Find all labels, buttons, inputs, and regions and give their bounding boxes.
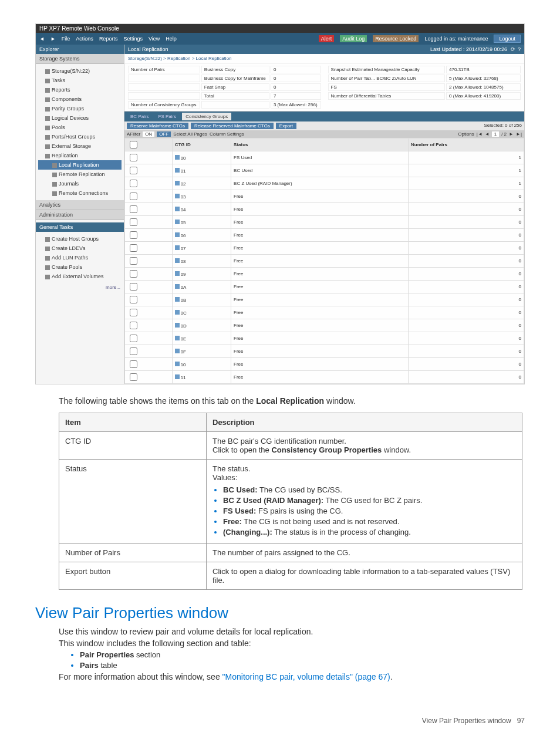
menu-help[interactable]: Help xyxy=(166,36,177,42)
filter-on[interactable]: ON xyxy=(143,131,154,137)
page-next-icon[interactable]: ► xyxy=(509,131,514,137)
cell-ctgid[interactable]: 0C xyxy=(172,306,231,319)
table-row[interactable]: 08Free0 xyxy=(125,255,524,268)
row-check[interactable] xyxy=(130,154,137,161)
table-row[interactable]: 0BFree0 xyxy=(125,293,524,306)
check-all[interactable] xyxy=(130,141,137,148)
page-last-icon[interactable]: ►| xyxy=(516,131,522,137)
tree-ports[interactable]: Ports/Host Groups xyxy=(38,132,122,141)
table-row[interactable]: 09Free0 xyxy=(125,268,524,281)
cell-ctgid[interactable]: 0F xyxy=(172,345,231,358)
table-row[interactable]: 04Free0 xyxy=(125,203,524,216)
tree-ldev[interactable]: Logical Devices xyxy=(38,113,122,123)
table-row[interactable]: 11Free0 xyxy=(125,371,524,384)
cross-ref-link[interactable]: "Monitoring BC pair, volume details" (pa… xyxy=(222,672,390,681)
row-check[interactable] xyxy=(130,373,137,381)
audit-badge[interactable]: Audit Log xyxy=(340,35,367,42)
cell-ctgid[interactable]: 07 xyxy=(172,242,231,255)
table-row[interactable]: 0DFree0 xyxy=(125,319,524,332)
cell-ctgid[interactable]: 0A xyxy=(172,281,231,293)
page-prev-icon[interactable]: ◄ xyxy=(485,131,490,137)
cell-ctgid[interactable]: 09 xyxy=(172,268,231,281)
row-check[interactable] xyxy=(130,167,137,174)
breadcrumb[interactable]: Storage(S/N:22) > Replication > Local Re… xyxy=(124,54,524,63)
col-pairs[interactable]: Number of Pairs xyxy=(409,139,524,151)
options-dropdown[interactable]: Options xyxy=(458,131,474,137)
row-check[interactable] xyxy=(130,283,137,291)
table-row[interactable]: 03Free0 xyxy=(125,190,524,203)
export-button[interactable]: Export xyxy=(276,123,296,129)
tree-remote-conn[interactable]: Remote Connections xyxy=(38,188,122,198)
table-row[interactable]: 10Free0 xyxy=(125,358,524,371)
cell-ctgid[interactable]: 08 xyxy=(172,255,231,268)
row-check[interactable] xyxy=(130,205,137,213)
col-check[interactable] xyxy=(125,139,173,151)
table-row[interactable]: 07Free0 xyxy=(125,242,524,255)
table-row[interactable]: 00FS Used1 xyxy=(125,151,524,164)
row-check[interactable] xyxy=(130,180,137,187)
row-check[interactable] xyxy=(130,257,137,265)
storage-systems-header[interactable]: Storage Systems xyxy=(36,54,124,64)
filter-off[interactable]: OFF xyxy=(157,131,171,137)
col-ctgid[interactable]: CTG ID xyxy=(172,139,231,151)
cell-ctgid[interactable]: 06 xyxy=(172,229,231,242)
menu-file[interactable]: File xyxy=(62,36,70,42)
row-check[interactable] xyxy=(130,347,137,355)
task-add-ext[interactable]: Add External Volumes xyxy=(38,272,122,281)
tree-storage[interactable]: Storage(S/N:22) xyxy=(38,66,122,76)
tree-parity[interactable]: Parity Groups xyxy=(38,104,122,113)
tab-fspairs[interactable]: FS Pairs xyxy=(155,113,180,120)
row-check[interactable] xyxy=(130,322,137,329)
alert-badge[interactable]: Alert xyxy=(319,35,335,42)
table-row[interactable]: 06Free0 xyxy=(125,229,524,242)
reserve-ctgs-button[interactable]: Reserve Mainframe CTGs xyxy=(127,123,188,129)
page-input[interactable]: 1 xyxy=(492,131,499,137)
row-check[interactable] xyxy=(130,218,137,226)
menu-view[interactable]: View xyxy=(149,36,160,42)
cell-ctgid[interactable]: 0E xyxy=(172,332,231,345)
table-row[interactable]: 0AFree0 xyxy=(125,281,524,293)
table-row[interactable]: 01BC Used1 xyxy=(125,164,524,177)
col-status[interactable]: Status xyxy=(231,139,409,151)
cell-ctgid[interactable]: 04 xyxy=(172,203,231,216)
refresh-icon[interactable]: ⟳ xyxy=(511,46,515,52)
select-all-pages[interactable]: Select All Pages xyxy=(173,131,207,137)
tab-cgs[interactable]: Consistency Groups xyxy=(182,113,231,120)
table-row[interactable]: 0EFree0 xyxy=(125,332,524,345)
page-first-icon[interactable]: |◄ xyxy=(477,131,483,137)
menu-settings[interactable]: Settings xyxy=(123,36,143,42)
task-add-lun[interactable]: Add LUN Paths xyxy=(38,253,122,262)
help-icon[interactable]: ? xyxy=(518,46,521,52)
tree-ext[interactable]: External Storage xyxy=(38,141,122,151)
row-check[interactable] xyxy=(130,193,137,200)
row-check[interactable] xyxy=(130,360,137,368)
tree-remote-repl[interactable]: Remote Replication xyxy=(38,170,122,179)
menu-reports[interactable]: Reports xyxy=(99,36,118,42)
nav-back-icon[interactable]: ◄ xyxy=(39,36,45,42)
task-create-pools[interactable]: Create Pools xyxy=(38,262,122,272)
task-create-ldevs[interactable]: Create LDEVs xyxy=(38,244,122,253)
more-link[interactable]: more... xyxy=(36,283,124,291)
admin-header[interactable]: Administration xyxy=(36,210,124,220)
row-check[interactable] xyxy=(130,244,137,252)
cell-ctgid[interactable]: 00 xyxy=(172,151,231,164)
table-row[interactable]: 02BC Z Used (RAID Manager)1 xyxy=(125,177,524,190)
tree-pools[interactable]: Pools xyxy=(38,123,122,132)
column-settings[interactable]: Column Settings xyxy=(210,131,244,137)
row-check[interactable] xyxy=(130,231,137,239)
tab-bcpairs[interactable]: BC Pairs xyxy=(127,113,153,120)
filter-label[interactable]: AFilter xyxy=(127,131,140,137)
row-check[interactable] xyxy=(130,335,137,342)
resource-badge[interactable]: Resource Locked xyxy=(373,35,419,42)
tree-tasks[interactable]: Tasks xyxy=(38,76,122,85)
tree-repl[interactable]: Replication xyxy=(38,151,122,160)
cell-ctgid[interactable]: 0B xyxy=(172,293,231,306)
cell-ctgid[interactable]: 03 xyxy=(172,190,231,203)
cell-ctgid[interactable]: 01 xyxy=(172,164,231,177)
task-create-host[interactable]: Create Host Groups xyxy=(38,234,122,244)
tree-components[interactable]: Components xyxy=(38,94,122,104)
menu-actions[interactable]: Actions xyxy=(76,36,93,42)
cell-ctgid[interactable]: 05 xyxy=(172,216,231,229)
nav-fwd-icon[interactable]: ► xyxy=(50,36,56,42)
release-ctgs-button[interactable]: Release Reserved Mainframe CTGs xyxy=(191,123,274,129)
